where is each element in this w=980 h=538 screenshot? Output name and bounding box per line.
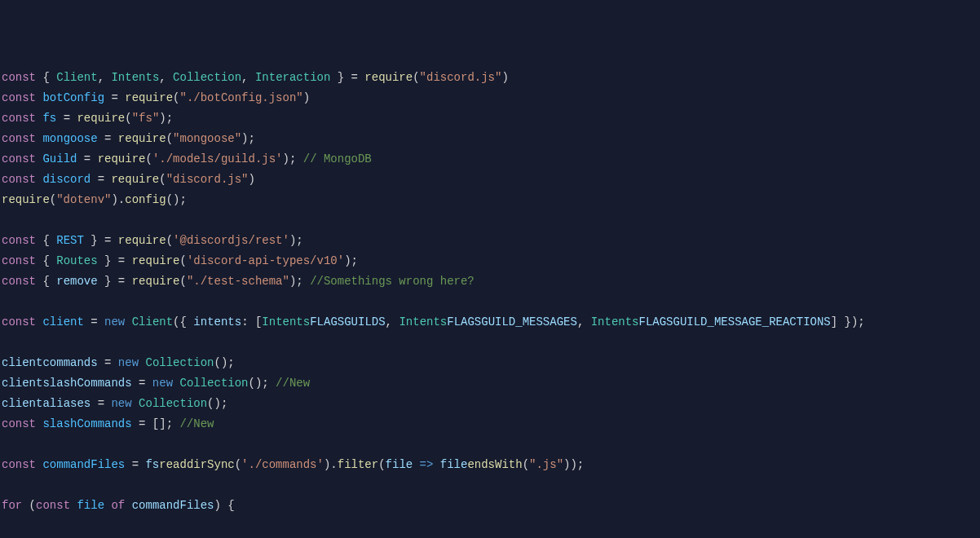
code-line: const fs = require("fs"); — [2, 112, 173, 125]
code-line: const slashCommands = []; //New — [2, 417, 214, 430]
code-line: const { Routes } = require('discord-api-… — [2, 254, 358, 267]
code-line: const botConfig = require("./botConfig.j… — [2, 91, 310, 104]
code-line: const mongoose = require("mongoose"); — [2, 132, 255, 145]
code-line: clientslashCommands = new Collection(); … — [2, 377, 310, 390]
code-line: const { remove } = require("./test-schem… — [2, 275, 475, 288]
code-line: const { Client, Intents, Collection, Int… — [2, 71, 509, 84]
code-line: const commandFiles = fsreaddirSync('./co… — [2, 458, 584, 471]
code-line: const Guild = require('./models/guild.js… — [2, 152, 372, 165]
code-line: const client = new Client({ intents: [In… — [2, 315, 865, 329]
code-line: for (const file of commandFiles) { — [2, 499, 235, 512]
code-editor[interactable]: const { Client, Intents, Collection, Int… — [2, 68, 978, 538]
code-line: const discord = require("discord.js") — [2, 173, 255, 186]
code-line: require("dotenv").config(); — [2, 193, 187, 206]
code-line: clientcommands = new Collection(); — [2, 356, 235, 369]
code-line: clientaliases = new Collection(); — [2, 397, 227, 410]
code-line: const { REST } = require('@discordjs/res… — [2, 234, 303, 247]
